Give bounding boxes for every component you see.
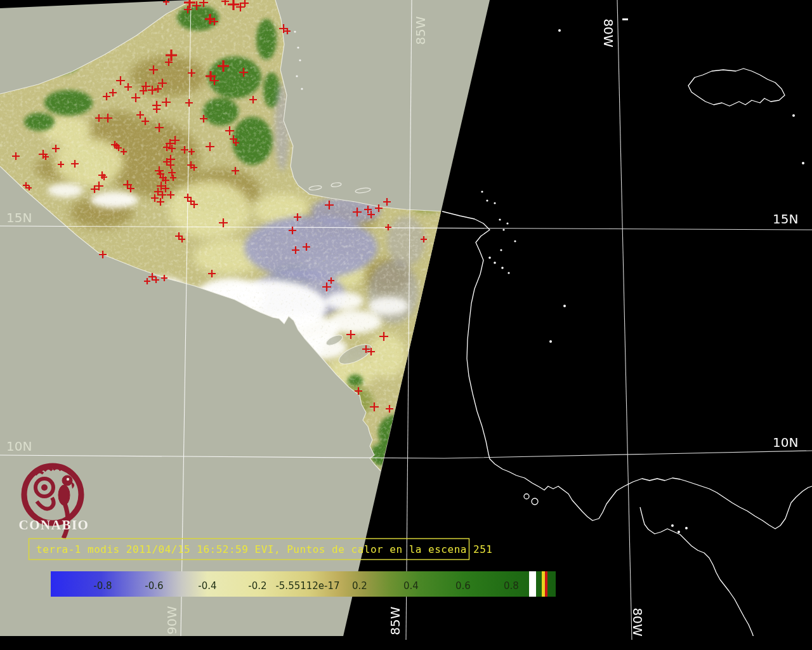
colorbar: -0.8 -0.6 -0.4 -0.2 -5.55112e-17 0.2 0.4… [51,571,556,597]
colorbar-tick: 0.6 [455,580,471,592]
colorbar-tick: 0.4 [403,580,419,592]
colorbar-tick: 0.8 [504,580,519,592]
grid-label-15n-right: 15N [773,211,798,227]
colorbar-tick: -0.4 [198,580,216,592]
grid-label-85w-bottom: 85W [388,606,403,635]
grid-label-10n-right: 10N [773,435,798,450]
grid-label-80w-top: 80W [601,18,616,47]
grid-label-90w-bottom: 90W [164,606,180,634]
grid-label-85w-top: 85W [413,16,428,44]
grid-label-10n-left: 10N [6,439,32,454]
colorbar-tick: -0.8 [93,580,112,592]
colorbar-tick: -5.55112e-17 [275,580,339,592]
conabio-logo-text: CONABIO [19,517,89,533]
grid-label-15n-left: 15N [6,210,32,225]
colorbar-labels: -0.8 -0.6 -0.4 -0.2 -5.55112e-17 0.2 0.4… [93,580,519,592]
caption-text: terra-1 modis 2011/04/15 16:52:59 EVI, P… [36,543,492,555]
satellite-map-view: 15N 15N 10N 10N 85W 80W 90W 85W 80W CONA… [0,0,812,650]
colorbar-tick: -0.2 [248,580,266,592]
grid-label-80w-bottom: 80W [630,607,645,636]
colorbar-tick: 0.2 [352,580,367,592]
colorbar-tick: -0.6 [145,580,163,592]
map-canvas: 15N 15N 10N 10N 85W 80W 90W 85W 80W CONA… [0,0,812,650]
